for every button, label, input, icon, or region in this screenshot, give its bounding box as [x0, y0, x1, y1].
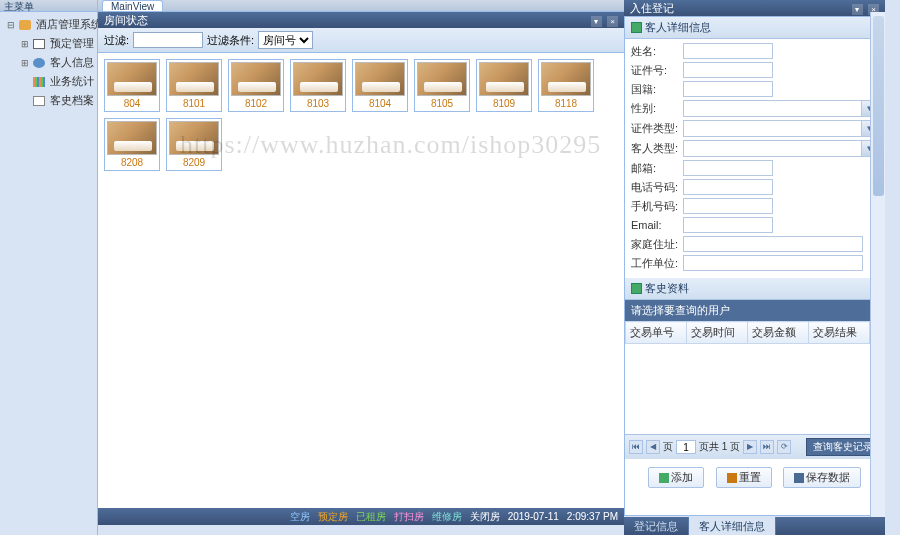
room-card[interactable]: 804: [104, 59, 160, 112]
tree-label: 客人信息: [50, 56, 94, 68]
room-number: 8208: [107, 155, 157, 168]
page-total: 页共 1 页: [699, 440, 740, 454]
input-email2[interactable]: [683, 160, 773, 176]
checkin-panel: 入住登记 ▾ × 客人详细信息 姓名: 证件号: 国籍: 性别:▼ 证件类型:▼…: [624, 0, 885, 535]
add-button[interactable]: 添加: [648, 467, 704, 488]
tab-guest-detail[interactable]: 客人详细信息: [689, 517, 776, 535]
room-card[interactable]: 8102: [228, 59, 284, 112]
panel-tools: ▾ ×: [589, 14, 618, 27]
sidebar-title: 主菜单: [0, 0, 97, 12]
room-card[interactable]: 8104: [352, 59, 408, 112]
right-scrollbar[interactable]: [870, 12, 885, 517]
reset-button[interactable]: 重置: [716, 467, 772, 488]
tree-label: 预定管理: [50, 37, 94, 49]
room-card[interactable]: 8118: [538, 59, 594, 112]
input-nation[interactable]: [683, 81, 773, 97]
action-bar: 添加 重置 保存数据: [625, 459, 884, 496]
combo-idtype-input[interactable]: [684, 121, 861, 136]
combo-gender[interactable]: ▼: [683, 100, 878, 117]
query-history-button[interactable]: 查询客史记录: [806, 438, 880, 456]
page-input[interactable]: [676, 440, 696, 454]
label-workunit: 工作单位:: [631, 256, 683, 271]
room-thumbnail: [169, 121, 219, 155]
filter-bar: 过滤: 过滤条件: 房间号: [98, 28, 624, 53]
filter-condition-select[interactable]: 房间号: [258, 31, 313, 49]
status-bar: 空房 预定房 已租房 打扫房 维修房 关闭房 2019-07-11 2:09:3…: [98, 508, 624, 525]
room-card[interactable]: 8208: [104, 118, 160, 171]
tree-root[interactable]: ⊟ 酒店管理系统: [2, 15, 95, 34]
tab-strip: MainView: [98, 0, 624, 12]
tree-item-reservation[interactable]: ⊞ 预定管理: [16, 34, 95, 53]
save-button[interactable]: 保存数据: [783, 467, 861, 488]
page-label: 页: [663, 440, 673, 454]
chart-icon: [33, 77, 45, 87]
history-hint: 请选择要查询的用户: [625, 300, 884, 321]
paging-toolbar: ⏮ ◀ 页 页共 1 页 ▶ ⏭ ⟳ 查询客史记录: [625, 434, 884, 459]
room-thumbnail: [107, 121, 157, 155]
combo-idtype[interactable]: ▼: [683, 120, 878, 137]
checkin-body: 客人详细信息 姓名: 证件号: 国籍: 性别:▼ 证件类型:▼ 客人类型:▼ 邮…: [624, 16, 885, 516]
room-card[interactable]: 8103: [290, 59, 346, 112]
room-status-panel: 房间状态 ▾ × 过滤: 过滤条件: 房间号 80481018102810381…: [98, 12, 624, 530]
collapse-icon[interactable]: ▾: [852, 4, 863, 15]
expand-icon[interactable]: ⊞: [20, 58, 30, 68]
tree-item-guest[interactable]: ⊞ 客人信息: [16, 53, 95, 72]
room-number: 8109: [479, 96, 529, 109]
refresh-button[interactable]: ⟳: [777, 440, 791, 454]
combo-guesttype-input[interactable]: [684, 141, 861, 156]
scrollbar-thumb[interactable]: [873, 16, 884, 196]
input-homeaddr[interactable]: [683, 236, 863, 252]
expand-icon[interactable]: ⊞: [20, 39, 30, 49]
col-time[interactable]: 交易时间: [687, 322, 748, 344]
room-panel-header: 房间状态 ▾ ×: [98, 12, 624, 28]
room-number: 8118: [541, 96, 591, 109]
next-page-button[interactable]: ▶: [743, 440, 757, 454]
home-icon: [19, 20, 31, 30]
col-orderno[interactable]: 交易单号: [626, 322, 687, 344]
collapse-icon[interactable]: ▾: [591, 16, 602, 27]
room-card[interactable]: 8109: [476, 59, 532, 112]
col-amount[interactable]: 交易金额: [748, 322, 809, 344]
input-mobile[interactable]: [683, 198, 773, 214]
combo-guesttype[interactable]: ▼: [683, 140, 878, 157]
room-number: 8104: [355, 96, 405, 109]
input-phone[interactable]: [683, 179, 773, 195]
input-name[interactable]: [683, 43, 773, 59]
calendar-icon: [33, 39, 45, 49]
close-icon[interactable]: ×: [607, 16, 618, 27]
prev-page-button[interactable]: ◀: [646, 440, 660, 454]
tree-label: 业务统计: [50, 75, 94, 87]
room-thumbnail: [479, 62, 529, 96]
tree-label: 客史档案: [50, 94, 94, 106]
guest-form: 姓名: 证件号: 国籍: 性别:▼ 证件类型:▼ 客人类型:▼ 邮箱: 电话号码…: [625, 39, 884, 278]
label-nation: 国籍:: [631, 82, 683, 97]
history-title: 客史资料: [645, 281, 689, 296]
room-card[interactable]: 8101: [166, 59, 222, 112]
checkin-header: 入住登记 ▾ ×: [624, 0, 885, 16]
input-idno[interactable]: [683, 62, 773, 78]
room-card[interactable]: 8105: [414, 59, 470, 112]
combo-gender-input[interactable]: [684, 101, 861, 116]
reset-icon: [727, 473, 737, 483]
main-area: MainView 房间状态 ▾ × 过滤: 过滤条件: 房间号 80481018…: [98, 0, 624, 535]
plus-icon: [659, 473, 669, 483]
room-card[interactable]: 8209: [166, 118, 222, 171]
legend-rented: 已租房: [356, 510, 386, 524]
tab-register-info[interactable]: 登记信息: [624, 517, 689, 535]
col-result[interactable]: 交易结果: [809, 322, 870, 344]
nav-tree: ⊟ 酒店管理系统 ⊞ 预定管理 ⊞ 客人信息 ⊞ 业务统计 ⊞: [0, 12, 97, 113]
filter-input[interactable]: [133, 32, 203, 48]
input-email[interactable]: [683, 217, 773, 233]
input-workunit[interactable]: [683, 255, 863, 271]
room-number: 8209: [169, 155, 219, 168]
tree-item-history[interactable]: ⊞ 客史档案: [16, 91, 95, 110]
tree-item-stats[interactable]: ⊞ 业务统计: [16, 72, 95, 91]
last-page-button[interactable]: ⏭: [760, 440, 774, 454]
tab-mainview[interactable]: MainView: [102, 0, 163, 11]
label-email: Email:: [631, 219, 683, 231]
status-date: 2019-07-11: [508, 511, 559, 522]
collapse-icon[interactable]: ⊟: [6, 20, 16, 30]
history-header: 客史资料: [625, 278, 884, 300]
first-page-button[interactable]: ⏮: [629, 440, 643, 454]
filter-label: 过滤:: [104, 33, 129, 48]
